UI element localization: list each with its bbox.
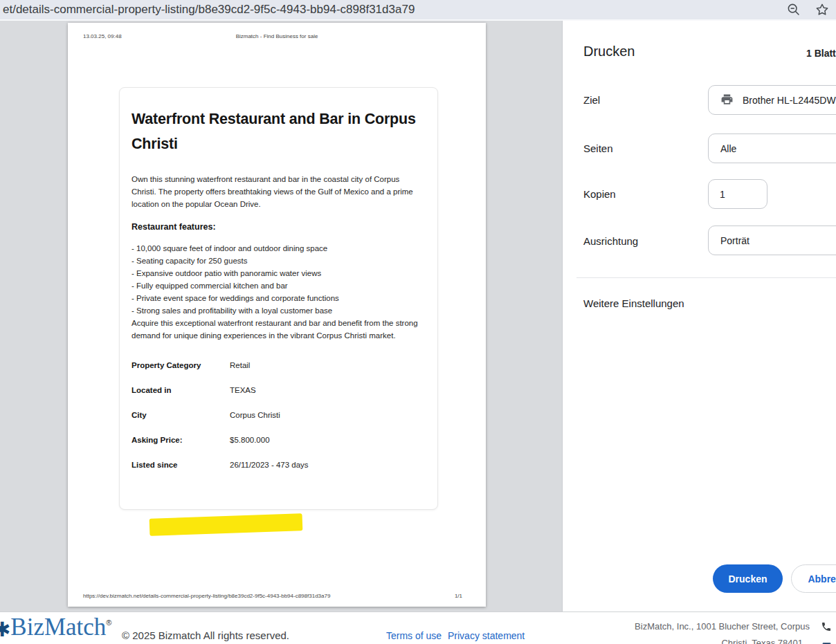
listing-title: Waterfront Restaurant and Bar in Corpus … [131, 107, 426, 156]
zoom-out-icon[interactable] [786, 2, 801, 17]
detail-value: TEXAS [230, 385, 256, 396]
print-preview-pane: 13.03.25, 09:48 Bizmatch - Find Business… [0, 21, 562, 611]
company-address-line1: BizMatch, Inc., 1001 Blucher Street, Cor… [609, 621, 810, 632]
bookmark-star-icon[interactable] [815, 2, 830, 17]
destination-value: Brother HL-L2445DW [743, 95, 836, 106]
pages-label: Seiten [583, 142, 613, 154]
cancel-button[interactable]: Abbrechen [791, 564, 836, 593]
site-footer: ✱ BizMatch ® © 2025 Bizmatch All rights … [0, 611, 836, 644]
detail-row: Located in TEXAS [131, 385, 426, 396]
copies-input[interactable] [708, 179, 767, 209]
detail-label: Asking Price: [131, 435, 230, 445]
page-url[interactable]: et/details-commercial-property-listing/b… [3, 0, 415, 19]
company-address-line2: Christi, Texas 78401 [609, 638, 803, 644]
feature-item: - Private event space for weddings and c… [131, 292, 426, 304]
features-heading: Restaurant features: [131, 222, 426, 232]
feature-item: - Fully equipped commercial kitchen and … [131, 279, 426, 292]
orientation-select[interactable]: Porträt [708, 226, 836, 255]
printer-icon [720, 93, 734, 108]
detail-value: Corpus Christi [230, 410, 280, 421]
bizmatch-logo[interactable]: ✱ BizMatch ® [0, 614, 111, 641]
detail-row: Asking Price: $5.800.000 [131, 435, 426, 445]
copyright-text: © 2025 Bizmatch All rights reserved. [122, 629, 289, 641]
feature-item: - 10,000 square feet of indoor and outdo… [131, 242, 426, 255]
registered-mark: ® [106, 618, 111, 627]
detail-label: City [131, 410, 230, 421]
copies-label: Kopien [583, 188, 616, 200]
detail-row: Property Category Retail [131, 360, 426, 371]
feature-item: - Seating capacity for 250 guests [131, 255, 426, 267]
pages-select[interactable]: Alle [708, 134, 836, 163]
sheet-count: 1 Blatt [806, 48, 836, 59]
feature-item: - Strong sales and profitability with a … [131, 304, 426, 317]
terms-of-use-link[interactable]: Terms of use [386, 630, 442, 641]
privacy-statement-link[interactable]: Privacy statement [448, 630, 525, 641]
detail-value: $5.800.000 [230, 435, 270, 445]
bizmatch-logo-mark-icon: ✱ [0, 620, 10, 640]
listing-description: Own this stunning waterfront restaurant … [131, 173, 426, 210]
print-dialog-title: Drucken [583, 44, 635, 59]
detail-value: 26/11/2023 - 473 days [230, 460, 309, 470]
more-settings-toggle[interactable]: Weitere Einstellungen [583, 297, 684, 309]
print-footer-url: https://dev.bizmatch.net/details-commerc… [83, 593, 330, 599]
detail-label: Listed since [131, 460, 230, 470]
detail-label: Located in [131, 385, 230, 396]
orientation-label: Ausrichtung [583, 235, 638, 247]
panel-divider [576, 277, 836, 278]
bizmatch-logo-text: BizMatch [10, 614, 106, 641]
feature-item: - Expansive outdoor patio with panoramic… [131, 267, 426, 279]
detail-label: Property Category [131, 360, 230, 371]
print-footer-page-count: 1/1 [455, 593, 462, 599]
phone-icon[interactable] [821, 621, 832, 635]
print-header-title: Bizmatch - Find Business for sale [68, 33, 486, 39]
listing-closing-text: Acquire this exceptional waterfront rest… [131, 317, 426, 342]
pages-value: Alle [720, 143, 736, 154]
detail-value: Retail [230, 360, 250, 371]
destination-select[interactable]: Brother HL-L2445DW [708, 85, 836, 115]
highlight-marker [149, 513, 303, 536]
detail-row: City Corpus Christi [131, 410, 426, 421]
destination-label: Ziel [583, 94, 600, 106]
listing-card: Waterfront Restaurant and Bar in Corpus … [119, 87, 438, 510]
detail-row: Listed since 26/11/2023 - 473 days [131, 460, 426, 470]
orientation-value: Porträt [720, 235, 749, 246]
print-button[interactable]: Drucken [713, 564, 783, 593]
preview-page: 13.03.25, 09:48 Bizmatch - Find Business… [68, 23, 486, 607]
print-settings-panel: Drucken 1 Blatt Ziel Brother HL-L2445DW … [562, 21, 836, 611]
browser-url-bar[interactable]: et/details-commercial-property-listing/b… [0, 0, 836, 21]
envelope-icon[interactable] [821, 641, 833, 644]
